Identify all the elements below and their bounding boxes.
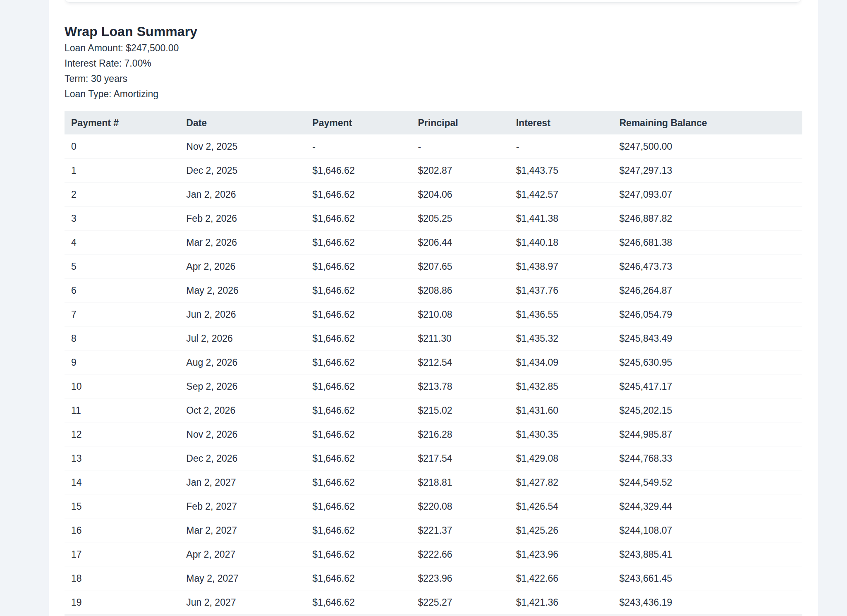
table-cell: Jan 2, 2027 [179,470,306,494]
table-cell: $246,887.82 [613,206,802,230]
table-cell: Dec 2, 2025 [179,158,306,182]
table-cell: $208.86 [411,278,509,302]
table-cell: $1,646.62 [306,542,411,566]
table-cell: $245,417.17 [613,374,802,398]
table-cell: $1,646.62 [306,470,411,494]
table-cell: $1,646.62 [306,158,411,182]
table-cell: $1,646.62 [306,254,411,278]
interest-rate-line: Interest Rate: 7.00% [65,56,802,71]
table-cell: $243,436.19 [613,590,802,614]
table-cell: $202.87 [411,158,509,182]
table-cell: $1,646.62 [306,398,411,422]
table-row: 19Jun 2, 2027$1,646.62$225.27$1,421.36$2… [65,590,802,614]
table-row: 1Dec 2, 2025$1,646.62$202.87$1,443.75$24… [65,158,802,182]
table-cell: $1,646.62 [306,374,411,398]
table-cell: $1,646.62 [306,446,411,470]
table-cell: $1,435.32 [510,326,613,350]
table-cell: $1,646.62 [306,302,411,326]
table-cell: $244,985.87 [613,422,802,446]
table-cell: $1,427.82 [510,470,613,494]
amortization-table: Payment # Date Payment Principal Interes… [65,111,802,614]
table-cell: 3 [65,206,179,230]
table-cell: $218.81 [411,470,509,494]
table-row: 13Dec 2, 2026$1,646.62$217.54$1,429.08$2… [65,446,802,470]
table-cell: $1,646.62 [306,518,411,542]
column-header-interest: Interest [510,111,613,134]
table-cell: Nov 2, 2025 [179,134,306,158]
table-row: 6May 2, 2026$1,646.62$208.86$1,437.76$24… [65,278,802,302]
table-cell: Feb 2, 2027 [179,494,306,518]
table-cell: $1,430.35 [510,422,613,446]
table-cell: $205.25 [411,206,509,230]
column-header-payment: Payment [306,111,411,134]
table-cell: Jan 2, 2026 [179,182,306,206]
table-cell: Oct 2, 2026 [179,398,306,422]
table-cell: $216.28 [411,422,509,446]
table-cell: $1,429.08 [510,446,613,470]
table-row: 5Apr 2, 2026$1,646.62$207.65$1,438.97$24… [65,254,802,278]
table-cell: $247,297.13 [613,158,802,182]
loan-summary-details: Loan Amount: $247,500.00 Interest Rate: … [65,41,802,102]
table-cell: $1,437.76 [510,278,613,302]
table-cell: $1,646.62 [306,182,411,206]
table-cell: 5 [65,254,179,278]
column-header-date: Date [179,111,306,134]
table-cell: May 2, 2027 [179,566,306,590]
table-row: 17Apr 2, 2027$1,646.62$222.66$1,423.96$2… [65,542,802,566]
table-cell: 1 [65,158,179,182]
table-cell: $244,329.44 [613,494,802,518]
table-cell: Jul 2, 2026 [179,326,306,350]
table-cell: Jun 2, 2026 [179,302,306,326]
table-row: 14Jan 2, 2027$1,646.62$218.81$1,427.82$2… [65,470,802,494]
table-cell: $1,646.62 [306,230,411,254]
table-row: 3Feb 2, 2026$1,646.62$205.25$1,441.38$24… [65,206,802,230]
term-line: Term: 30 years [65,71,802,86]
loan-amount-line: Loan Amount: $247,500.00 [65,41,802,56]
main-content-panel: Wrap Loan Summary Loan Amount: $247,500.… [49,0,818,616]
table-cell: $217.54 [411,446,509,470]
table-cell: Mar 2, 2026 [179,230,306,254]
table-row: 11Oct 2, 2026$1,646.62$215.02$1,431.60$2… [65,398,802,422]
table-cell: $1,432.85 [510,374,613,398]
table-cell: $220.08 [411,494,509,518]
table-cell: 0 [65,134,179,158]
table-cell: $207.65 [411,254,509,278]
table-row: 12Nov 2, 2026$1,646.62$216.28$1,430.35$2… [65,422,802,446]
table-cell: $1,434.09 [510,350,613,374]
table-cell: $246,264.87 [613,278,802,302]
table-cell: - [510,134,613,158]
table-cell: 19 [65,590,179,614]
table-cell: $223.96 [411,566,509,590]
table-cell: 6 [65,278,179,302]
table-cell: $244,108.07 [613,518,802,542]
table-cell: $1,442.57 [510,182,613,206]
table-cell: $246,473.73 [613,254,802,278]
table-cell: 17 [65,542,179,566]
table-row: 9Aug 2, 2026$1,646.62$212.54$1,434.09$24… [65,350,802,374]
table-row: 8Jul 2, 2026$1,646.62$211.30$1,435.32$24… [65,326,802,350]
table-cell: $1,443.75 [510,158,613,182]
table-cell: $1,441.38 [510,206,613,230]
table-cell: Aug 2, 2026 [179,350,306,374]
table-cell: Mar 2, 2027 [179,518,306,542]
table-cell: $1,646.62 [306,494,411,518]
table-cell: $1,646.62 [306,206,411,230]
table-row: 7Jun 2, 2026$1,646.62$210.08$1,436.55$24… [65,302,802,326]
table-cell: 14 [65,470,179,494]
table-cell: $247,093.07 [613,182,802,206]
table-cell: $244,549.52 [613,470,802,494]
table-cell: $1,423.96 [510,542,613,566]
loan-type-line: Loan Type: Amortizing [65,86,802,102]
table-row: 2Jan 2, 2026$1,646.62$204.06$1,442.57$24… [65,182,802,206]
column-header-principal: Principal [411,111,509,134]
table-cell: Apr 2, 2027 [179,542,306,566]
table-cell: $245,202.15 [613,398,802,422]
table-cell: - [306,134,411,158]
table-cell: $1,438.97 [510,254,613,278]
table-cell: $210.08 [411,302,509,326]
table-cell: $215.02 [411,398,509,422]
table-cell: 13 [65,446,179,470]
table-cell: $1,646.62 [306,350,411,374]
table-cell: $211.30 [411,326,509,350]
table-cell: 16 [65,518,179,542]
